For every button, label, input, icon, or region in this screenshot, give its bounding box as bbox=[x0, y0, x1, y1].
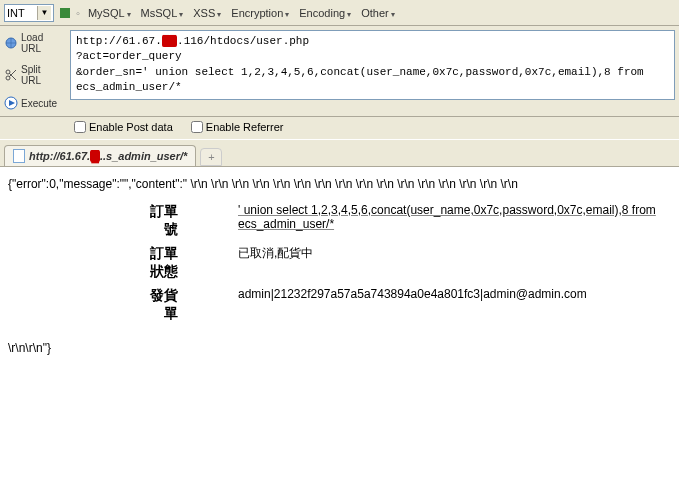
enable-referrer-checkbox[interactable]: Enable Referrer bbox=[191, 121, 284, 133]
result-table: 訂單號 ' union select 1,2,3,4,5,6,concat(us… bbox=[138, 203, 671, 323]
split-url-label: Split URL bbox=[21, 64, 62, 86]
execute-button[interactable]: Execute bbox=[2, 94, 64, 112]
control-panel: Load URL Split URL Execute http://61.67.… bbox=[0, 26, 679, 117]
menu-xss[interactable]: XSS▾ bbox=[191, 7, 223, 19]
new-tab-button[interactable]: + bbox=[200, 148, 222, 166]
enable-post-checkbox[interactable]: Enable Post data bbox=[74, 121, 173, 133]
menu-other[interactable]: Other▾ bbox=[359, 7, 397, 19]
raw-json-tail: \r\n\r\n"} bbox=[8, 341, 671, 355]
tab-active[interactable]: http://61.67.█..s_admin_user/* bbox=[4, 145, 196, 166]
menu-encryption[interactable]: Encryption▾ bbox=[229, 7, 291, 19]
datatype-combo[interactable]: INT ▼ bbox=[4, 4, 54, 22]
load-url-button[interactable]: Load URL bbox=[2, 30, 64, 56]
table-row: 訂單狀態 已取消,配貨中 bbox=[138, 245, 671, 281]
url-panel: http://61.67.██.116/htdocs/user.php ?act… bbox=[66, 26, 679, 116]
play-icon bbox=[4, 96, 18, 110]
table-row: 發貨單 admin|21232f297a57a5a743894a0e4a801f… bbox=[138, 287, 671, 323]
menu-encoding[interactable]: Encoding▾ bbox=[297, 7, 353, 19]
page-icon bbox=[13, 149, 25, 163]
table-row: 訂單號 ' union select 1,2,3,4,5,6,concat(us… bbox=[138, 203, 671, 239]
raw-json-head: {"error":0,"message":"","content":" \r\n… bbox=[8, 177, 671, 191]
menu-mssql[interactable]: MsSQL▾ bbox=[139, 7, 186, 19]
square-icon bbox=[60, 8, 70, 18]
load-url-label: Load URL bbox=[21, 32, 62, 54]
url-input[interactable]: http://61.67.██.116/htdocs/user.php ?act… bbox=[70, 30, 675, 100]
top-toolbar: INT ▼ ◦ MySQL▾ MsSQL▾ XSS▾ Encryption▾ E… bbox=[0, 0, 679, 26]
scissors-icon bbox=[4, 68, 18, 82]
combo-value: INT bbox=[7, 7, 25, 19]
sep-dot: ◦ bbox=[76, 7, 80, 19]
redacted-ip: ██ bbox=[162, 35, 177, 47]
response-content: {"error":0,"message":"","content":" \r\n… bbox=[0, 167, 679, 377]
options-row: Enable Post data Enable Referrer bbox=[0, 117, 679, 139]
action-sidebar: Load URL Split URL Execute bbox=[0, 26, 66, 116]
execute-label: Execute bbox=[21, 98, 57, 109]
split-url-button[interactable]: Split URL bbox=[2, 62, 64, 88]
redacted-ip: █ bbox=[90, 150, 100, 162]
menu-mysql[interactable]: MySQL▾ bbox=[86, 7, 133, 19]
chevron-down-icon: ▼ bbox=[37, 6, 51, 20]
tab-bar: http://61.67.█..s_admin_user/* + bbox=[0, 139, 679, 167]
globe-icon bbox=[4, 36, 18, 50]
